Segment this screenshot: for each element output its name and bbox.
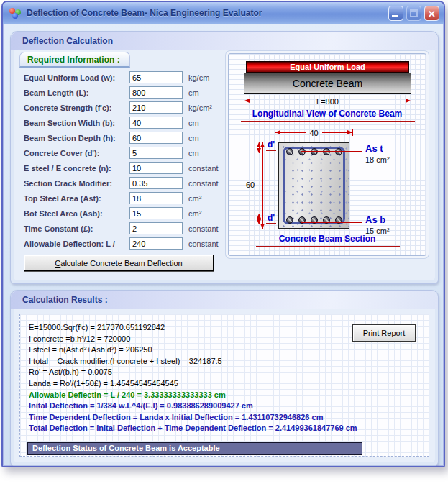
form-row-bot-steel: Bot Steel Area (Asb): cm² bbox=[24, 207, 219, 219]
bot-steel-input[interactable] bbox=[129, 207, 183, 219]
titlebar: Deflection of Concrete Beam- Nica Engine… bbox=[3, 2, 444, 24]
result-line-i-total: I total = Crack modifier.(I concrete + I… bbox=[29, 356, 429, 367]
minimize-icon bbox=[392, 15, 398, 17]
modular-ratio-label: E steel / E concrete (n): bbox=[24, 164, 129, 173]
time-constant-input[interactable] bbox=[129, 222, 183, 234]
calculation-results-header: Calculation Results : bbox=[11, 291, 438, 309]
bot-steel-unit: cm² bbox=[188, 209, 201, 218]
length-label: Beam Length (L): bbox=[24, 88, 129, 97]
top-steel-label: As t bbox=[365, 143, 383, 154]
window-client-area: Deflection Calculation Required Informat… bbox=[3, 24, 444, 466]
longitudinal-underline bbox=[241, 121, 415, 122]
load-unit: kg/cm bbox=[188, 73, 209, 82]
depth-label: Beam Section Depth (h): bbox=[24, 134, 129, 142]
depth-dimension-line bbox=[262, 142, 263, 229]
length-unit: cm bbox=[188, 88, 199, 97]
top-steel-leader-line bbox=[301, 151, 362, 152]
result-line-initial-deflection: Inital Deflection = 1/384 w.L^4/(E.I) = … bbox=[29, 401, 429, 412]
top-steel-input[interactable] bbox=[129, 192, 183, 204]
close-button[interactable]: ✕ bbox=[424, 6, 439, 21]
section-label: Concrete Beam Section bbox=[229, 234, 426, 244]
result-line-landa: Landa = Ro'/(1+50£) = 1.45454545454545 bbox=[29, 378, 429, 390]
rebar-top-1 bbox=[286, 148, 293, 155]
bottom-steel-leader-line bbox=[301, 222, 362, 223]
result-line-total-deflection: Total Deflection = Inital Deflection + T… bbox=[29, 423, 429, 434]
bottom-steel-label: As b bbox=[365, 214, 385, 225]
form-row-top-steel: Top Steel Area (Ast): cm² bbox=[24, 192, 219, 204]
maximize-icon bbox=[410, 9, 418, 17]
result-line-ro: Ro' = Ast/(b.h) = 0.0075 bbox=[29, 367, 429, 378]
width-unit: cm bbox=[188, 119, 199, 127]
cover-top-label: d' bbox=[266, 140, 276, 151]
length-input[interactable] bbox=[129, 86, 183, 99]
form-row-allowable-deflection: Allowable Deflection: L / constant bbox=[24, 237, 219, 250]
crack-modifier-label: Section Crack Modifier: bbox=[24, 179, 129, 188]
rebar-top-2 bbox=[298, 148, 306, 155]
required-information-panel: Required Information : Equal Uniform Loa… bbox=[18, 52, 224, 280]
result-line-allowable-deflection: Allowable Deflectin = L / 240 = 3.333333… bbox=[29, 390, 429, 401]
bot-steel-label: Bot Steel Area (Asb): bbox=[24, 209, 129, 218]
results-panel: Print Report E=15000.Sqr(f'c) = 217370.6… bbox=[19, 314, 429, 457]
deflection-calculation-header: Deflection Calculation bbox=[11, 32, 438, 50]
uniform-load-bar: Equal Uniform Load bbox=[246, 61, 409, 73]
time-constant-unit: constant bbox=[188, 224, 219, 233]
beam-diagram-panel: Equal Uniform Load Concrete Beam L=800 L… bbox=[228, 53, 426, 256]
form-row-length: Beam Length (L): cm bbox=[24, 86, 219, 99]
allowable-deflection-input[interactable] bbox=[129, 237, 183, 250]
rebar-top-5 bbox=[335, 148, 342, 155]
cover-input[interactable] bbox=[129, 147, 183, 159]
form-row-crack-modifier: Section Crack Modifier: constant bbox=[24, 177, 219, 189]
strength-unit: kg/cm² bbox=[188, 104, 212, 112]
top-steel-label: Top Steel Area (Ast): bbox=[24, 194, 129, 203]
cover-top-dimension-line bbox=[259, 142, 260, 153]
minimize-button[interactable] bbox=[388, 6, 403, 21]
time-constant-label: Time Constant (£): bbox=[24, 224, 129, 233]
input-form: Equal Uniform Load (w): kg/cm Beam Lengt… bbox=[18, 68, 224, 251]
form-row-modular-ratio: E steel / E concrete (n): constant bbox=[24, 162, 219, 174]
rebar-top-3 bbox=[311, 148, 318, 155]
print-report-button[interactable]: Print Report bbox=[352, 324, 416, 342]
crack-modifier-unit: constant bbox=[188, 179, 219, 188]
length-dimension-value: L=800 bbox=[313, 97, 342, 106]
app-icon bbox=[9, 7, 22, 19]
width-label: Beam Section Width (b): bbox=[24, 119, 129, 127]
load-label: Equal Uniform Load (w): bbox=[24, 73, 129, 82]
form-row-time-constant: Time Constant (£): constant bbox=[24, 222, 219, 234]
top-steel-value: 18 cm² bbox=[365, 155, 390, 164]
modular-ratio-unit: constant bbox=[188, 164, 219, 173]
top-steel-unit: cm² bbox=[188, 194, 201, 203]
deflection-calculation-group: Deflection Calculation Required Informat… bbox=[10, 31, 439, 284]
width-dimension: 40 bbox=[275, 128, 353, 137]
width-dimension-value: 40 bbox=[306, 129, 321, 137]
form-row-strength: Concrete Strength (f'c): kg/cm² bbox=[24, 101, 219, 114]
deflection-calculation-body: Required Information : Equal Uniform Loa… bbox=[14, 50, 435, 280]
depth-input[interactable] bbox=[129, 132, 183, 144]
calculate-deflection-button[interactable]: Calculate Concrete Beam Deflection bbox=[24, 255, 214, 271]
width-input[interactable] bbox=[129, 117, 183, 129]
calculation-results-body: Print Report E=15000.Sqr(f'c) = 217370.6… bbox=[14, 309, 435, 462]
required-information-tab: Required Information : bbox=[19, 52, 130, 68]
strength-input[interactable] bbox=[129, 101, 183, 114]
depth-unit: cm bbox=[188, 134, 199, 142]
modular-ratio-input[interactable] bbox=[129, 162, 183, 174]
deflection-status-bar: Deflection Status of Concrete Beam is Ac… bbox=[27, 442, 362, 455]
allowable-deflection-label: Allowable Deflection: L / bbox=[24, 239, 129, 248]
load-input[interactable] bbox=[129, 71, 183, 83]
form-row-cover: Concrete Cover (d'): cm bbox=[24, 147, 219, 159]
maximize-button[interactable] bbox=[406, 6, 421, 21]
rebar-top-4 bbox=[323, 148, 330, 155]
cover-bottom-label: d' bbox=[266, 214, 276, 224]
stirrup-outline bbox=[283, 147, 345, 224]
window-title: Deflection of Concrete Beam- Nica Engine… bbox=[27, 8, 385, 18]
crack-modifier-input[interactable] bbox=[129, 177, 183, 189]
calculation-results-group: Calculation Results : Print Report E=150… bbox=[10, 290, 439, 466]
rebar-bottom-1 bbox=[286, 216, 293, 224]
close-icon: ✕ bbox=[425, 7, 439, 21]
result-line-time-dependent-deflection: Time Dependent Deflection = Landa x Init… bbox=[29, 412, 429, 424]
section-underline bbox=[256, 246, 400, 247]
length-dimension: L=800 bbox=[244, 96, 411, 106]
beam-section-drawing bbox=[278, 142, 349, 229]
cover-bottom-dimension-line bbox=[259, 214, 260, 224]
strength-label: Concrete Strength (f'c): bbox=[24, 104, 129, 112]
app-window: Deflection of Concrete Beam- Nica Engine… bbox=[1, 1, 445, 467]
